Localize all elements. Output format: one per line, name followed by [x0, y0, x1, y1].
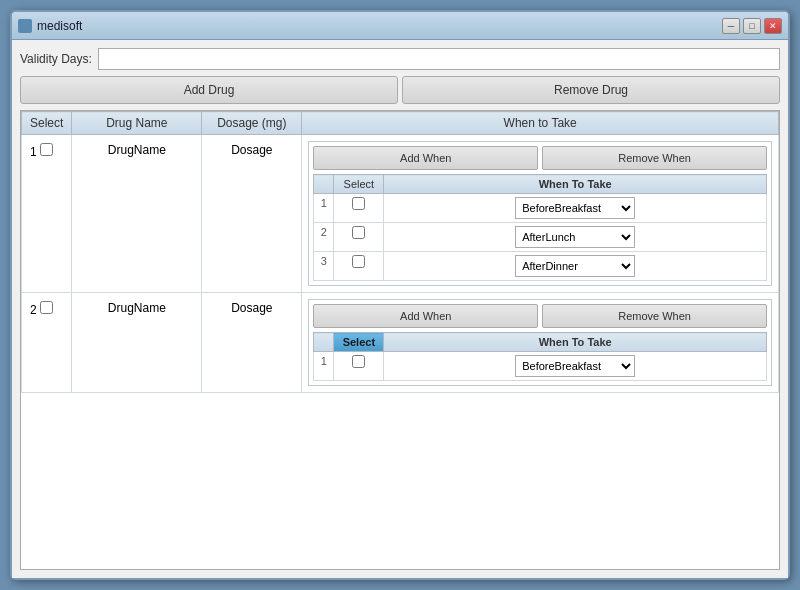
table-row: 1 DrugNameDosage Add When Remove When Se…: [22, 135, 779, 293]
when-row-select-1-2: [334, 223, 384, 252]
add-drug-button[interactable]: Add Drug: [20, 76, 398, 104]
row-number: 1: [30, 145, 37, 159]
title-bar: medisoft ─ □ ✕: [12, 12, 788, 40]
when-select-dropdown-1-1[interactable]: BeforeBreakfastAfterBreakfastBeforeLunch…: [515, 197, 635, 219]
when-checkbox[interactable]: [352, 197, 365, 210]
when-select-dropdown-2-1[interactable]: BeforeBreakfastAfterBreakfastBeforeLunch…: [515, 355, 635, 377]
row-num-2: 2: [22, 293, 72, 393]
table-row: 2 DrugNameDosage Add When Remove When Se…: [22, 293, 779, 393]
main-table: Select Drug Name Dosage (mg) When to Tak…: [21, 111, 779, 393]
col-header-select: Select: [22, 112, 72, 135]
row-number: 2: [30, 303, 37, 317]
when-toolbar-2: Add When Remove When: [313, 304, 767, 328]
when-col-num-header: [314, 333, 334, 352]
add-when-button-2[interactable]: Add When: [313, 304, 538, 328]
title-buttons: ─ □ ✕: [722, 18, 782, 34]
when-row-value-1-3: BeforeBreakfastAfterBreakfastBeforeLunch…: [384, 252, 767, 281]
when-header-row: SelectWhen To Take: [314, 175, 767, 194]
content-area: Validity Days: Add Drug Remove Drug Sele…: [12, 40, 788, 578]
minimize-button[interactable]: ─: [722, 18, 740, 34]
col-header-dosage: Dosage (mg): [202, 112, 302, 135]
row-select-checkbox[interactable]: [40, 301, 53, 314]
when-to-take-header: When To Take: [384, 175, 767, 194]
main-window: medisoft ─ □ ✕ Validity Days: Add Drug R…: [10, 10, 790, 580]
when-col-1: Add When Remove When SelectWhen To Take1…: [302, 135, 779, 293]
when-table-2: SelectWhen To Take1BeforeBreakfastAfterB…: [313, 332, 767, 381]
main-table-wrapper: Select Drug Name Dosage (mg) When to Tak…: [20, 110, 780, 570]
when-row-value-1-1: BeforeBreakfastAfterBreakfastBeforeLunch…: [384, 194, 767, 223]
when-row-select-1-3: [334, 252, 384, 281]
when-select-header-2: Select: [334, 333, 384, 352]
when-checkbox[interactable]: [352, 355, 365, 368]
when-table-row: 3BeforeBreakfastAfterBreakfastBeforeLunc…: [314, 252, 767, 281]
drug-name-1: DrugName: [72, 135, 202, 293]
when-row-select-1-1: [334, 194, 384, 223]
window-title: medisoft: [37, 19, 82, 33]
row-num-1: 1: [22, 135, 72, 293]
remove-when-button-1[interactable]: Remove When: [542, 146, 767, 170]
add-when-button-1[interactable]: Add When: [313, 146, 538, 170]
when-select-header-1: Select: [334, 175, 384, 194]
validity-input[interactable]: [98, 48, 780, 70]
when-col-2: Add When Remove When SelectWhen To Take1…: [302, 293, 779, 393]
col-header-when: When to Take: [302, 112, 779, 135]
when-table-row: 1BeforeBreakfastAfterBreakfastBeforeLunc…: [314, 352, 767, 381]
when-checkbox[interactable]: [352, 226, 365, 239]
row-select-checkbox[interactable]: [40, 143, 53, 156]
when-checkbox[interactable]: [352, 255, 365, 268]
when-row-num: 1: [314, 194, 334, 223]
dosage-2: Dosage: [202, 293, 302, 393]
when-container-1: Add When Remove When SelectWhen To Take1…: [308, 141, 772, 286]
when-row-num: 3: [314, 252, 334, 281]
when-header-row: SelectWhen To Take: [314, 333, 767, 352]
col-header-drug-name: Drug Name: [72, 112, 202, 135]
when-row-num: 1: [314, 352, 334, 381]
when-row-value-1-2: BeforeBreakfastAfterBreakfastBeforeLunch…: [384, 223, 767, 252]
validity-label: Validity Days:: [20, 52, 92, 66]
title-bar-left: medisoft: [18, 19, 82, 33]
when-container-2: Add When Remove When SelectWhen To Take1…: [308, 299, 772, 386]
remove-drug-button[interactable]: Remove Drug: [402, 76, 780, 104]
drug-toolbar: Add Drug Remove Drug: [20, 76, 780, 104]
app-icon: [18, 19, 32, 33]
remove-when-button-2[interactable]: Remove When: [542, 304, 767, 328]
close-button[interactable]: ✕: [764, 18, 782, 34]
maximize-button[interactable]: □: [743, 18, 761, 34]
when-table-row: 1BeforeBreakfastAfterBreakfastBeforeLunc…: [314, 194, 767, 223]
when-row-value-2-1: BeforeBreakfastAfterBreakfastBeforeLunch…: [384, 352, 767, 381]
table-header-row: Select Drug Name Dosage (mg) When to Tak…: [22, 112, 779, 135]
drug-name-2: DrugName: [72, 293, 202, 393]
when-table-row: 2BeforeBreakfastAfterBreakfastBeforeLunc…: [314, 223, 767, 252]
dosage-1: Dosage: [202, 135, 302, 293]
when-select-dropdown-1-2[interactable]: BeforeBreakfastAfterBreakfastBeforeLunch…: [515, 226, 635, 248]
when-table-1: SelectWhen To Take1BeforeBreakfastAfterB…: [313, 174, 767, 281]
when-col-num-header: [314, 175, 334, 194]
when-toolbar-1: Add When Remove When: [313, 146, 767, 170]
when-select-dropdown-1-3[interactable]: BeforeBreakfastAfterBreakfastBeforeLunch…: [515, 255, 635, 277]
validity-row: Validity Days:: [20, 48, 780, 70]
when-to-take-header: When To Take: [384, 333, 767, 352]
when-row-select-2-1: [334, 352, 384, 381]
when-row-num: 2: [314, 223, 334, 252]
